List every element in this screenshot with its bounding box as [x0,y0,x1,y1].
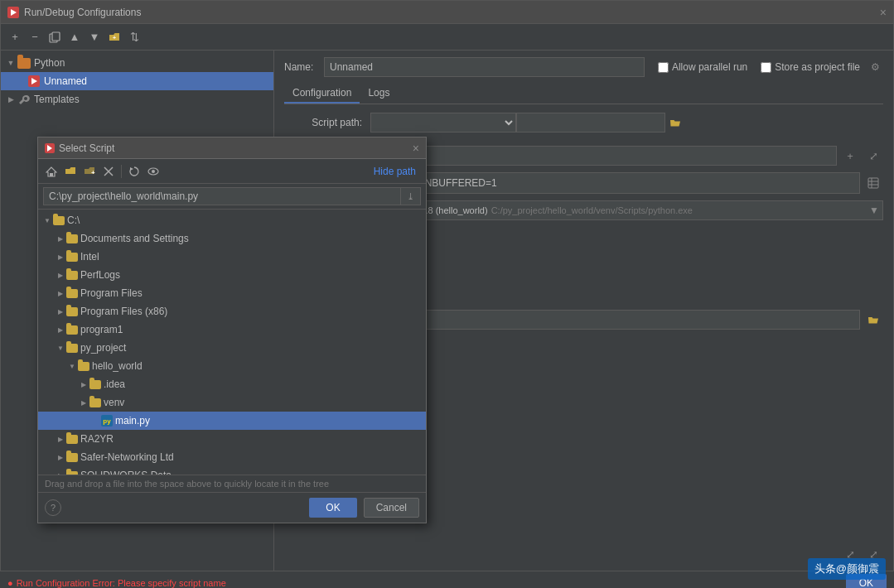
sort-btn[interactable]: ⇅ [125,28,143,46]
config-icon [27,75,41,88]
parameters-plus-btn[interactable]: + [840,146,860,166]
interpreter-dropdown-arrow[interactable]: ▼ [869,205,879,216]
progfiles86-folder-icon [66,307,78,316]
ss-item-main-py[interactable]: py main.py [38,412,426,430]
ss-title-label: Select Script [59,142,114,154]
script-path-label: Script path: [284,117,367,128]
script-path-input[interactable] [516,113,665,133]
intel-label: Intel [80,251,99,263]
run-config-icon [28,75,40,87]
allow-parallel-checkbox[interactable] [658,62,669,73]
ss-ok-btn[interactable]: OK [309,498,356,518]
ra2yr-label: RA2YR [80,433,114,445]
ss-item-venv[interactable]: ▶ venv [38,393,426,412]
remove-configuration-btn[interactable]: − [26,28,44,46]
ss-item-ra2yr[interactable]: ▶ RA2YR [38,430,426,448]
refresh-icon [128,166,140,177]
copy-icon [49,31,60,43]
program1-folder-icon [66,325,78,335]
main-py-icon: py [101,415,113,427]
python-group[interactable]: ▼ Python [1,54,273,72]
copy-configuration-btn[interactable] [46,28,64,46]
unnamed-config-item[interactable]: Unnamed [1,72,273,90]
store-project-checkbox-area: Store as project file [761,61,860,73]
ss-item-intel[interactable]: ▶ Intel [38,248,426,266]
folder-btn-icon [867,315,879,325]
tab-configuration[interactable]: Configuration [284,84,360,104]
solidworks-arrow: ▶ [55,470,66,475]
drag-hint-text: Drag and drop a file into the space abov… [45,479,329,489]
ss-root-btn[interactable] [62,163,79,180]
add-configuration-btn[interactable]: + [6,28,24,46]
env-vars-display: PYTHONUNBUFFERED=1 [370,172,860,194]
ss-item-docs[interactable]: ▶ Documents and Settings [38,229,426,248]
from-folder-btn[interactable] [863,310,883,330]
ss-item-perflogs[interactable]: ▶ PerfLogs [38,266,426,284]
ss-remove-btn[interactable] [100,163,117,180]
move-down-btn[interactable]: ▼ [85,28,104,46]
safer-arrow: ▶ [55,451,66,463]
safer-folder-icon [66,453,78,462]
root-folder-icon [53,216,65,225]
ss-item-idea[interactable]: ▶ .idea [38,375,426,393]
error-icon: ● [7,578,13,588]
ss-refresh-btn[interactable] [126,163,143,180]
watermark: 头条@颜御震 [808,558,886,580]
progfiles-arrow: ▶ [55,287,66,299]
ss-tree-root[interactable]: ▼ C:\ [38,211,426,229]
ss-item-progfiles86[interactable]: ▶ Program Files (x86) [38,302,426,321]
ss-new-folder-btn[interactable]: + [81,163,98,180]
intel-arrow: ▶ [55,251,66,263]
idea-arrow: ▶ [78,378,89,390]
dialog-close-btn[interactable]: × [880,6,887,19]
ss-file-tree[interactable]: ▼ C:\ ▶ Documents and Settings ▶ Intel ▶… [38,210,426,475]
store-project-checkbox[interactable] [761,62,771,73]
svg-rect-7 [868,178,878,188]
ss-item-hello-world[interactable]: ▼ hello_world [38,357,426,375]
perflogs-label: PerfLogs [80,269,120,281]
templates-group[interactable]: ▶ Templates [1,90,273,108]
ss-item-py-project[interactable]: ▼ py_project [38,339,426,357]
ss-path-download-btn[interactable]: ⤓ [401,187,421,205]
progfiles86-label: Program Files (x86) [80,306,167,317]
ss-item-solidworks[interactable]: ▶ SOLIDWORKS Data [38,466,426,475]
watermark-text: 头条@颜御震 [814,562,879,575]
svg-rect-16 [50,173,53,176]
parameters-input[interactable] [370,146,837,166]
ss-hide-path-btn[interactable]: Hide path [374,166,421,177]
script-path-folder-btn[interactable] [665,113,685,133]
move-up-btn[interactable]: ▲ [65,28,84,46]
ss-help-btn[interactable]: ? [45,499,61,516]
tab-logs[interactable]: Logs [360,84,398,104]
parameters-expand-btn[interactable]: ⤢ [863,146,883,166]
name-input[interactable] [324,57,645,77]
ss-home-btn[interactable] [43,163,60,180]
config-tabs: Configuration Logs [284,84,883,104]
hello-world-label: hello_world [92,360,143,372]
ra2yr-arrow: ▶ [55,433,66,445]
name-field-label: Name: [284,61,317,73]
venv-folder-icon [89,398,101,407]
templates-label: Templates [34,94,80,105]
ss-show-hidden-btn[interactable] [145,163,162,180]
python-label: Python [34,57,65,69]
ss-item-program1[interactable]: ▶ program1 [38,321,426,339]
ss-item-safer[interactable]: ▶ Safer-Networking Ltd [38,448,426,466]
ss-item-progfiles[interactable]: ▶ Program Files [38,284,426,302]
ss-path-row: ⤓ [38,184,426,210]
ra2yr-folder-icon [66,435,78,444]
allow-parallel-label: Allow parallel run [672,61,747,73]
delete-icon [103,166,114,177]
ss-cancel-btn[interactable]: Cancel [364,498,419,518]
error-text: Run Configuration Error: Please specify … [17,578,226,588]
create-folder-btn[interactable]: + [105,28,123,46]
ss-close-btn[interactable]: × [413,142,419,155]
eye-icon [147,166,159,177]
script-path-dropdown[interactable] [370,113,516,133]
env-vars-edit-btn[interactable] [863,173,883,193]
templates-icon [17,93,31,106]
toolbar: + − ▲ ▼ + ⇅ [1,24,893,51]
script-path-row: Script path: [284,113,883,139]
settings-gear-btn[interactable]: ⚙ [867,59,883,75]
ss-path-input[interactable] [43,187,401,205]
